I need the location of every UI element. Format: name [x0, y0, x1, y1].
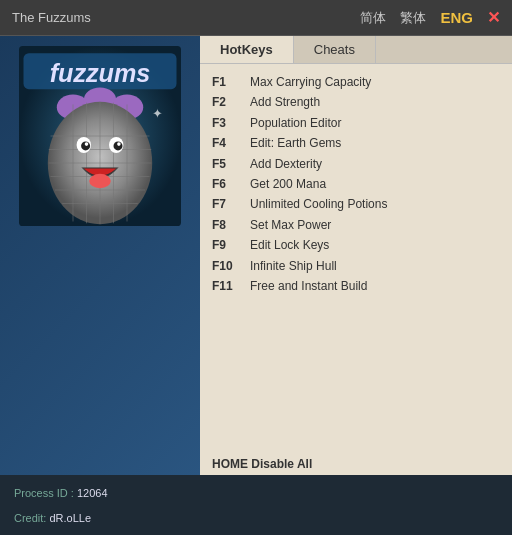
- credit-info: Credit: dR.oLLe: [14, 508, 498, 529]
- lang-traditional[interactable]: 繁体: [400, 9, 426, 27]
- hotkey-key-f11: F11: [212, 276, 250, 296]
- process-info: Process ID : 12064: [14, 483, 498, 504]
- hotkey-row-f11: F11 Free and Instant Build: [212, 276, 500, 296]
- hotkey-key-f1: F1: [212, 72, 250, 92]
- tabs-bar: HotKeys Cheats: [200, 36, 512, 64]
- fuzzum-character: fuzzums: [10, 46, 190, 226]
- hotkey-row-f1: F1 Max Carrying Capacity: [212, 72, 500, 92]
- hotkey-key-f9: F9: [212, 235, 250, 255]
- process-value: 12064: [77, 487, 108, 499]
- hotkey-key-f8: F8: [212, 215, 250, 235]
- hotkey-label-f9: Edit Lock Keys: [250, 235, 329, 255]
- svg-point-22: [85, 142, 89, 146]
- credit-label: Credit:: [14, 512, 46, 524]
- svg-point-24: [89, 174, 111, 188]
- hotkey-key-f5: F5: [212, 154, 250, 174]
- hotkey-key-f6: F6: [212, 174, 250, 194]
- hotkey-row-f7: F7 Unlimited Cooling Potions: [212, 194, 500, 214]
- hotkey-row-f4: F4 Edit: Earth Gems: [212, 133, 500, 153]
- hotkey-label-f8: Set Max Power: [250, 215, 331, 235]
- hotkey-label-f1: Max Carrying Capacity: [250, 72, 371, 92]
- hotkey-row-f6: F6 Get 200 Mana: [212, 174, 500, 194]
- hotkey-row-f10: F10 Infinite Ship Hull: [212, 256, 500, 276]
- svg-point-23: [117, 142, 121, 146]
- hotkey-row-f8: F8 Set Max Power: [212, 215, 500, 235]
- hotkey-row-f2: F2 Add Strength: [212, 92, 500, 112]
- hotkey-key-f4: F4: [212, 133, 250, 153]
- close-button[interactable]: ✕: [487, 8, 500, 27]
- hotkey-row-f5: F5 Add Dexterity: [212, 154, 500, 174]
- left-panel: fuzzums: [0, 36, 200, 475]
- title-bar-controls: 简体 繁体 ENG ✕: [360, 8, 500, 27]
- hotkey-row-f3: F3 Population Editor: [212, 113, 500, 133]
- hotkey-key-f10: F10: [212, 256, 250, 276]
- title-bar: The Fuzzums 简体 繁体 ENG ✕: [0, 0, 512, 36]
- hotkey-label-f7: Unlimited Cooling Potions: [250, 194, 387, 214]
- hotkeys-list: F1 Max Carrying Capacity F2 Add Strength…: [200, 64, 512, 453]
- bottom-info: Process ID : 12064 Credit: dR.oLLe Train…: [0, 475, 512, 535]
- disable-all-text: HOME Disable All: [200, 453, 512, 475]
- svg-text:fuzzums: fuzzums: [50, 59, 151, 87]
- hotkey-key-f2: F2: [212, 92, 250, 112]
- tab-cheats[interactable]: Cheats: [294, 36, 376, 63]
- app-title: The Fuzzums: [12, 10, 91, 25]
- hotkey-key-f3: F3: [212, 113, 250, 133]
- hotkey-key-f7: F7: [212, 194, 250, 214]
- hotkey-label-f6: Get 200 Mana: [250, 174, 326, 194]
- main-area: fuzzums: [0, 36, 512, 475]
- hotkey-label-f4: Edit: Earth Gems: [250, 133, 341, 153]
- lang-english[interactable]: ENG: [440, 9, 473, 26]
- hotkey-label-f2: Add Strength: [250, 92, 320, 112]
- hotkey-label-f5: Add Dexterity: [250, 154, 322, 174]
- tab-hotkeys[interactable]: HotKeys: [200, 36, 294, 63]
- credit-value: dR.oLLe: [49, 512, 91, 524]
- hotkey-label-f10: Infinite Ship Hull: [250, 256, 337, 276]
- hotkey-label-f3: Population Editor: [250, 113, 341, 133]
- hotkey-row-f9: F9 Edit Lock Keys: [212, 235, 500, 255]
- hotkey-label-f11: Free and Instant Build: [250, 276, 367, 296]
- lang-simplified[interactable]: 简体: [360, 9, 386, 27]
- right-panel: HotKeys Cheats F1 Max Carrying Capacity …: [200, 36, 512, 475]
- game-logo: fuzzums: [10, 46, 190, 226]
- process-label: Process ID :: [14, 487, 74, 499]
- svg-text:✦: ✦: [152, 107, 163, 121]
